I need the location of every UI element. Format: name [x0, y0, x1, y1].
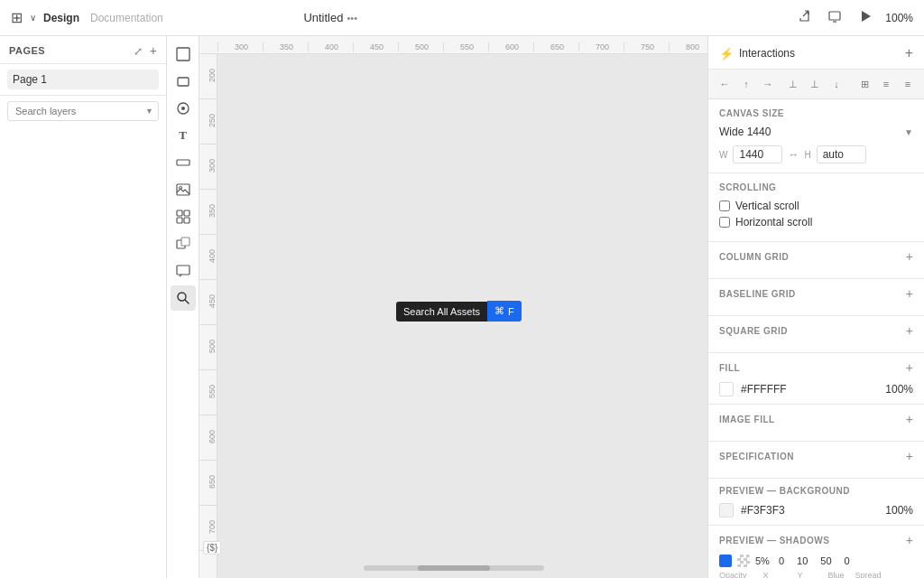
svg-rect-7 [177, 160, 189, 165]
ruler-mark: 650 [533, 42, 578, 51]
comment-tool[interactable] [171, 258, 196, 284]
ruler-mark-v: 650 [199, 461, 217, 506]
specification-header: SPECIFICATION + [719, 449, 913, 463]
tool-sidebar: T [167, 36, 199, 578]
toolbar-icon-9[interactable]: ≡ [899, 75, 917, 93]
canvas-area[interactable]: 300 350 400 450 500 550 600 650 700 750 … [199, 36, 707, 578]
canvas-size-section: CANVAS SIZE Wide 1440 ▼ W ↔ H [708, 99, 924, 173]
toolbar-icon-4[interactable]: ⊥ [784, 75, 802, 93]
toolbar-icon-6[interactable]: ↓ [827, 75, 845, 93]
preview-bg-hex: #F3F3F3 [741, 504, 785, 517]
tooltip-text: Search All Assets [396, 302, 487, 322]
canvas-size-chevron-icon[interactable]: ▼ [904, 127, 913, 137]
svg-point-6 [181, 107, 185, 110]
ruler-mark-v: 350 [199, 190, 217, 235]
toolbar-icon-8[interactable]: ≡ [877, 75, 895, 93]
tab-documentation[interactable]: Documentation [90, 12, 163, 24]
play-button[interactable] [855, 7, 876, 28]
main-layout: PAGES ⤢ + Page 1 ▼ T [0, 36, 924, 578]
input-tool[interactable] [171, 150, 196, 175]
filter-icon[interactable]: ▼ [145, 107, 153, 116]
ruler-mark: 350 [263, 42, 308, 51]
specification-add-icon[interactable]: + [906, 449, 913, 463]
width-input[interactable] [733, 145, 782, 163]
canvas-size-value[interactable]: Wide 1440 [719, 126, 771, 138]
ruler-top-inner: 300 350 400 450 500 550 600 650 700 750 … [217, 42, 707, 51]
ruler-mark: 800 [669, 42, 707, 51]
toolbar-icon-3[interactable]: → [759, 75, 777, 93]
svg-rect-12 [177, 218, 182, 223]
rect-tool[interactable] [171, 69, 196, 94]
interaction-tool[interactable] [171, 231, 196, 256]
chevron-down-icon[interactable]: ∨ [30, 13, 36, 23]
column-grid-add-icon[interactable]: + [906, 249, 913, 264]
svg-rect-3 [177, 48, 189, 61]
component-tool[interactable] [171, 96, 196, 121]
canvas-size-title: CANVAS SIZE [719, 108, 913, 118]
fill-color-swatch[interactable] [719, 382, 734, 396]
baseline-grid-add-icon[interactable]: + [906, 286, 913, 301]
horizontal-scroll-checkbox[interactable] [719, 217, 730, 228]
svg-rect-15 [181, 238, 189, 246]
topbar: ⊞ ∨ Design Documentation Untitled ••• 10… [0, 0, 924, 36]
vertical-scroll-checkbox[interactable] [719, 200, 730, 211]
search-layers-input[interactable] [7, 101, 159, 121]
shadow-checker[interactable] [737, 555, 750, 567]
ruler-mark: 400 [308, 42, 353, 51]
ruler-mark: 450 [353, 42, 398, 51]
preview-shadows-add-icon[interactable]: + [906, 533, 913, 547]
preview-bg-swatch[interactable] [719, 503, 734, 517]
image-fill-add-icon[interactable]: + [906, 412, 913, 426]
ruler-mark: 700 [578, 42, 624, 51]
horizontal-scroll-option[interactable]: Horizontal scroll [719, 216, 913, 228]
fill-opacity-value: 100% [885, 383, 913, 396]
square-grid-section: SQUARE GRID + [708, 316, 924, 353]
toolbar-icon-5[interactable]: ⊥ [806, 75, 824, 93]
right-panel: ⚡ Interactions + ← ↑ → ⊥ ⊥ ↓ ⊞ ≡ ≡ CANVA… [707, 36, 924, 578]
ruler-mark-v: 250 [199, 99, 217, 144]
preview-shadows-header: PREVIEW — SHADOWS + [719, 533, 913, 547]
frame-tool[interactable] [171, 42, 196, 67]
canvas-scrollbar[interactable] [364, 565, 544, 571]
bolt-icon: ⚡ [719, 47, 734, 61]
interactions-add-icon[interactable]: + [905, 45, 913, 61]
ruler-mark-v: 300 [199, 144, 217, 190]
toolbar-icon-2[interactable]: ↑ [737, 75, 755, 93]
search-tool[interactable] [171, 285, 196, 311]
vertical-scroll-option[interactable]: Vertical scroll [719, 200, 913, 212]
share-button[interactable] [793, 7, 815, 28]
canvas-scrollbar-thumb[interactable] [418, 565, 490, 571]
tab-design[interactable]: Design [43, 12, 79, 24]
fill-hex-value: #FFFFFF [741, 383, 787, 396]
shadow-labels: Opacity X Y Blue Spread [719, 571, 913, 578]
pages-add-icon[interactable]: + [150, 43, 157, 58]
page-item[interactable]: Page 1 [7, 70, 159, 89]
ruler-mark-v: 450 [199, 280, 217, 325]
svg-line-18 [185, 300, 189, 303]
height-input[interactable] [817, 145, 866, 163]
pages-expand-icon[interactable]: ⤢ [134, 45, 143, 58]
grid-icon[interactable]: ⊞ [11, 9, 23, 26]
toolbar-icon-7[interactable]: ⊞ [855, 75, 873, 93]
fill-add-icon[interactable]: + [906, 360, 913, 375]
pages-header: PAGES ⤢ + [0, 36, 166, 64]
preview-device-button[interactable] [824, 7, 845, 28]
interactions-title: ⚡ Interactions [719, 47, 795, 61]
assets-tool[interactable] [171, 204, 196, 229]
toolbar-icon-1[interactable]: ← [716, 75, 734, 93]
svg-rect-4 [178, 78, 189, 86]
image-tool[interactable] [171, 177, 196, 202]
left-sidebar: PAGES ⤢ + Page 1 ▼ [0, 36, 167, 578]
text-tool[interactable]: T [171, 123, 196, 148]
preview-shadows-section: PREVIEW — SHADOWS + 5% 0 10 50 0 Opacity… [708, 526, 924, 578]
ruler-mark-v: 600 [199, 415, 217, 461]
width-label: W [719, 150, 727, 160]
ruler-left: 200 250 300 350 400 450 500 550 600 650 … [199, 54, 217, 578]
shadow-color-swatch[interactable] [719, 555, 732, 567]
horizontal-scroll-label: Horizontal scroll [735, 216, 812, 228]
dots-menu-icon[interactable]: ••• [346, 13, 357, 23]
shadow-y: 10 [797, 555, 808, 566]
ruler-mark: 500 [398, 42, 443, 51]
square-grid-add-icon[interactable]: + [906, 323, 913, 338]
preview-background-header: PREVIEW — BACKGROUND [719, 486, 913, 496]
